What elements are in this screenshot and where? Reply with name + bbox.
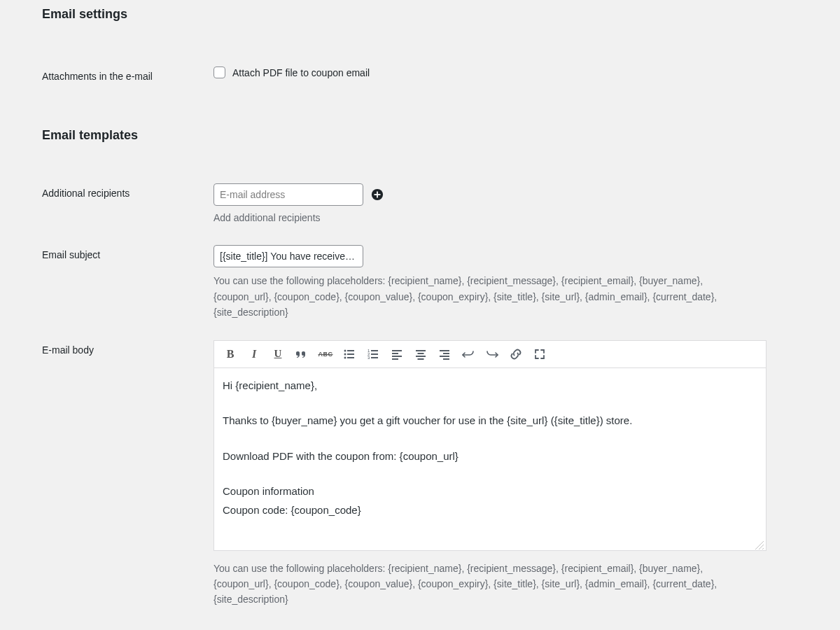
email-body-help: You can use the following placeholders: … bbox=[214, 561, 760, 608]
svg-rect-2 bbox=[374, 194, 381, 195]
toolbar-blockquote-button[interactable] bbox=[290, 344, 314, 365]
svg-rect-10 bbox=[371, 350, 378, 351]
email-body-label: E-mail body bbox=[42, 340, 214, 356]
attach-pdf-checkbox-label: Attach PDF file to coupon email bbox=[232, 67, 370, 78]
email-body-textarea[interactable]: Hi {recipient_name}, Thanks to {buyer_na… bbox=[214, 368, 766, 551]
toolbar-redo-button[interactable] bbox=[480, 344, 504, 365]
email-subject-help: You can use the following placeholders: … bbox=[214, 273, 760, 320]
svg-rect-4 bbox=[347, 350, 354, 351]
attach-pdf-checkbox[interactable] bbox=[214, 66, 225, 78]
additional-recipients-help: Add additional recipients bbox=[214, 210, 760, 225]
svg-rect-6 bbox=[347, 354, 354, 355]
recipient-email-input[interactable] bbox=[214, 183, 363, 206]
email-settings-heading: Email settings bbox=[42, 0, 819, 27]
svg-rect-20 bbox=[418, 353, 424, 354]
toolbar-strikethrough-button[interactable]: ABC bbox=[314, 344, 337, 365]
email-subject-input[interactable] bbox=[214, 245, 363, 267]
attachments-label: Attachments in the e-mail bbox=[42, 66, 214, 82]
email-templates-heading: Email templates bbox=[42, 121, 819, 148]
svg-rect-12 bbox=[371, 354, 378, 355]
editor-toolbar: B I U ABC 123 bbox=[214, 340, 766, 368]
email-subject-label: Email subject bbox=[42, 245, 214, 260]
body-line: Thanks to {buyer_name} you get a gift vo… bbox=[223, 413, 757, 429]
svg-rect-17 bbox=[392, 356, 402, 357]
svg-rect-26 bbox=[443, 358, 449, 360]
toolbar-align-left-button[interactable] bbox=[385, 344, 409, 365]
svg-rect-19 bbox=[416, 350, 426, 351]
toolbar-bullet-list-button[interactable] bbox=[337, 344, 361, 365]
email-body-editor: B I U ABC 123 bbox=[214, 340, 766, 551]
toolbar-bold-button[interactable]: B bbox=[218, 344, 242, 365]
body-line: Coupon code: {coupon_code} bbox=[223, 503, 757, 519]
toolbar-align-center-button[interactable] bbox=[409, 344, 433, 365]
svg-point-3 bbox=[344, 349, 346, 351]
svg-rect-14 bbox=[371, 357, 378, 358]
toolbar-link-button[interactable] bbox=[504, 344, 528, 365]
svg-rect-16 bbox=[392, 353, 398, 354]
additional-recipients-label: Additional recipients bbox=[42, 183, 214, 199]
toolbar-italic-button[interactable]: I bbox=[242, 344, 266, 365]
toolbar-underline-button[interactable]: U bbox=[266, 344, 290, 365]
resize-handle-icon[interactable] bbox=[755, 539, 764, 549]
svg-rect-25 bbox=[440, 356, 449, 357]
svg-rect-23 bbox=[440, 350, 449, 351]
svg-rect-21 bbox=[416, 356, 426, 357]
svg-rect-15 bbox=[392, 350, 402, 351]
body-line: Coupon information bbox=[223, 484, 757, 500]
svg-text:3: 3 bbox=[368, 356, 370, 360]
svg-point-5 bbox=[344, 353, 346, 355]
svg-point-7 bbox=[344, 356, 346, 358]
body-line: Hi {recipient_name}, bbox=[223, 378, 757, 394]
svg-rect-18 bbox=[392, 358, 398, 360]
toolbar-align-right-button[interactable] bbox=[433, 344, 456, 365]
toolbar-undo-button[interactable] bbox=[456, 344, 480, 365]
add-recipient-icon[interactable] bbox=[370, 188, 384, 202]
svg-rect-8 bbox=[347, 357, 354, 358]
svg-rect-24 bbox=[443, 353, 449, 354]
toolbar-fullscreen-button[interactable] bbox=[528, 344, 552, 365]
body-line: Download PDF with the coupon from: {coup… bbox=[223, 449, 757, 465]
svg-rect-22 bbox=[418, 358, 424, 360]
toolbar-numbered-list-button[interactable]: 123 bbox=[361, 344, 385, 365]
